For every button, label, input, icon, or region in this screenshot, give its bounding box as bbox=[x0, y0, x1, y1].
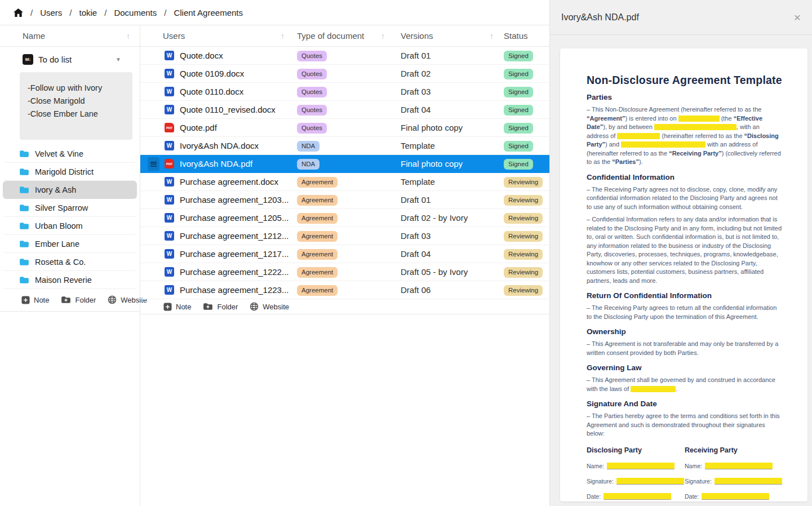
drag-handle-icon[interactable] bbox=[148, 157, 159, 171]
sidebar-folder-maison-reverie[interactable]: Maison Reverie bbox=[3, 271, 137, 289]
sidebar-folder-rosetta-co[interactable]: Rosetta & Co. bbox=[3, 253, 137, 271]
breadcrumb-item-tokie[interactable]: tokie bbox=[79, 8, 97, 17]
table-row[interactable]: WPurchase agreement_1223...AgreementDraf… bbox=[140, 281, 549, 299]
highlight-blank[interactable] bbox=[702, 493, 769, 500]
section-heading: Return Of Confidential Information bbox=[587, 291, 782, 300]
add-note-button[interactable]: Note bbox=[21, 296, 49, 304]
sidebar-folder-ember-lane[interactable]: Ember Lane bbox=[3, 235, 137, 253]
documents-table: Users↑Type of document↑Versions↑Status W… bbox=[140, 25, 549, 506]
status-cell: Reviewing bbox=[504, 212, 549, 224]
table-row[interactable]: PDFIvory&Ash NDA.pdfNDAFinal photo copyS… bbox=[140, 155, 549, 173]
chevron-down-icon[interactable]: ▼ bbox=[116, 56, 121, 63]
folder-list: Velvet & VineMarigold DistrictIvory & As… bbox=[0, 145, 140, 289]
table-row[interactable]: WQuote 0110.docxQuotesDraft 03Signed bbox=[140, 83, 549, 101]
signature-column-title: Disclosing Party bbox=[587, 446, 685, 454]
todo-list-label: To do list bbox=[38, 55, 72, 64]
table-row[interactable]: WIvory&Ash NDA.docxNDATemplateSigned bbox=[140, 137, 549, 155]
column-label: Type of document bbox=[297, 31, 364, 41]
section-paragraph: – This Agreement is not transferable and… bbox=[587, 340, 782, 357]
file-name-cell: WPurchase agreement_1223... bbox=[140, 285, 297, 295]
add-folder-button[interactable]: Folder bbox=[203, 303, 238, 311]
highlight-blank[interactable] bbox=[607, 463, 675, 469]
table-row[interactable]: WPurchase agreement_1203...AgreementDraf… bbox=[140, 191, 549, 209]
add-website-button[interactable]: Website bbox=[250, 302, 289, 311]
section-heading: Parties bbox=[587, 93, 782, 101]
file-name: Quote 0110.docx bbox=[180, 87, 243, 96]
folder-icon bbox=[19, 150, 29, 158]
column-header-versions[interactable]: Versions↑ bbox=[401, 31, 504, 41]
doc-type-badge: Agreement bbox=[297, 195, 338, 206]
breadcrumb-item-users[interactable]: Users bbox=[40, 8, 62, 17]
sidebar-folder-silver-sparrow[interactable]: Silver Sparrow bbox=[3, 199, 137, 217]
sidebar-folder-urban-bloom[interactable]: Urban Bloom bbox=[3, 217, 137, 235]
column-header-type-of-document[interactable]: Type of document↑ bbox=[297, 31, 401, 41]
add-note-icon bbox=[163, 303, 172, 311]
home-icon[interactable] bbox=[14, 8, 23, 17]
table-row[interactable]: PDFQuote.pdfQuotesFinal photo copySigned bbox=[140, 119, 549, 137]
doc-type-cell: Agreement bbox=[297, 267, 401, 278]
file-name-cell: WQuote.docx bbox=[140, 51, 297, 60]
sort-arrow-icon[interactable]: ↑ bbox=[381, 32, 385, 41]
doc-type-cell: Agreement bbox=[297, 285, 401, 296]
close-icon[interactable]: × bbox=[794, 11, 801, 23]
doc-type-cell: Quotes bbox=[297, 104, 401, 116]
preview-body: Non-Disclosure Agreement Template Partie… bbox=[550, 35, 812, 506]
breadcrumb-item-client-agreements[interactable]: Client Agreements bbox=[174, 8, 243, 17]
status-badge: Reviewing bbox=[504, 231, 543, 242]
table-row[interactable]: WQuote.docxQuotesDraft 01Signed bbox=[140, 47, 549, 65]
column-label: Users bbox=[163, 31, 185, 41]
preview-panel: Ivory&Ash NDA.pdf × Non-Disclosure Agree… bbox=[550, 0, 812, 506]
doc-type-cell: Quotes bbox=[297, 86, 401, 97]
action-label: Folder bbox=[217, 303, 238, 311]
file-name-cell: WQuote 0110_revised.docx bbox=[140, 105, 297, 114]
sidebar-item-todo-list[interactable]: M↓ To do list ▼ bbox=[0, 50, 140, 69]
table-row[interactable]: WQuote 0110_revised.docxQuotesDraft 04Si… bbox=[140, 101, 549, 119]
word-file-icon: W bbox=[165, 195, 174, 205]
sort-arrow-icon[interactable]: ↑ bbox=[490, 32, 494, 41]
doc-type-badge: Quotes bbox=[297, 123, 327, 134]
table-row[interactable]: WPurchase agreement_1217...AgreementDraf… bbox=[140, 245, 549, 263]
highlight-blank[interactable] bbox=[705, 463, 773, 469]
sidebar-folder-ivory-ash[interactable]: Ivory & Ash bbox=[3, 181, 137, 199]
table-row[interactable]: WQuote 0109.docxQuotesDraft 02Signed bbox=[140, 65, 549, 83]
highlight-blank[interactable] bbox=[715, 478, 782, 485]
doc-type-badge: NDA bbox=[297, 159, 320, 170]
word-file-icon: W bbox=[165, 51, 174, 60]
status-cell: Reviewing bbox=[504, 285, 549, 296]
doc-type-cell: Agreement bbox=[297, 212, 401, 224]
todo-line: -Follow up with Ivory bbox=[28, 82, 125, 95]
todo-note-preview[interactable]: -Follow up with Ivory-Close Marigold-Clo… bbox=[20, 72, 132, 140]
breadcrumb: /Users/tokie/Documents/Client Agreements bbox=[0, 0, 549, 25]
sidebar-folder-marigold-district[interactable]: Marigold District bbox=[3, 163, 137, 181]
highlight-blank[interactable] bbox=[616, 478, 684, 485]
doc-type-badge: NDA bbox=[297, 141, 320, 152]
version-cell: Final photo copy bbox=[401, 123, 504, 132]
sort-arrow-icon[interactable]: ↑ bbox=[126, 32, 130, 41]
table-row[interactable]: WPurchase agreement_1212...AgreementDraf… bbox=[140, 227, 549, 245]
table-row[interactable]: WPurchase agreement.docxAgreementTemplat… bbox=[140, 173, 549, 191]
folder-label: Velvet & Vine bbox=[35, 149, 83, 158]
status-cell: Reviewing bbox=[504, 248, 549, 260]
version-cell: Draft 02 - by Ivory bbox=[401, 213, 504, 223]
table-row[interactable]: WPurchase agreement_1222...AgreementDraf… bbox=[140, 263, 549, 281]
document-title: Non-Disclosure Agreement Template bbox=[587, 74, 782, 87]
add-note-button[interactable]: Note bbox=[163, 303, 191, 311]
version-cell: Draft 04 bbox=[401, 249, 504, 259]
file-name: Purchase agreement_1223... bbox=[180, 285, 289, 295]
table-row[interactable]: WPurchase agreement_1205...AgreementDraf… bbox=[140, 209, 549, 227]
file-name-cell: WQuote 0110.docx bbox=[140, 87, 297, 96]
signature-field-label: Name: bbox=[685, 463, 702, 469]
sidebar-folder-velvet-vine[interactable]: Velvet & Vine bbox=[3, 145, 137, 163]
folder-icon bbox=[19, 258, 29, 266]
column-header-users[interactable]: Users↑ bbox=[140, 31, 297, 41]
version-cell: Draft 06 bbox=[401, 285, 504, 295]
status-cell: Signed bbox=[504, 104, 549, 116]
word-file-icon: W bbox=[165, 231, 174, 241]
table-header: Users↑Type of document↑Versions↑Status bbox=[140, 25, 549, 47]
add-folder-button[interactable]: Folder bbox=[61, 296, 96, 304]
sort-arrow-icon[interactable]: ↑ bbox=[281, 32, 285, 41]
folder-label: Marigold District bbox=[35, 167, 94, 176]
doc-type-cell: NDA bbox=[297, 158, 401, 170]
breadcrumb-item-documents[interactable]: Documents bbox=[114, 8, 157, 17]
highlight-blank[interactable] bbox=[604, 493, 671, 500]
